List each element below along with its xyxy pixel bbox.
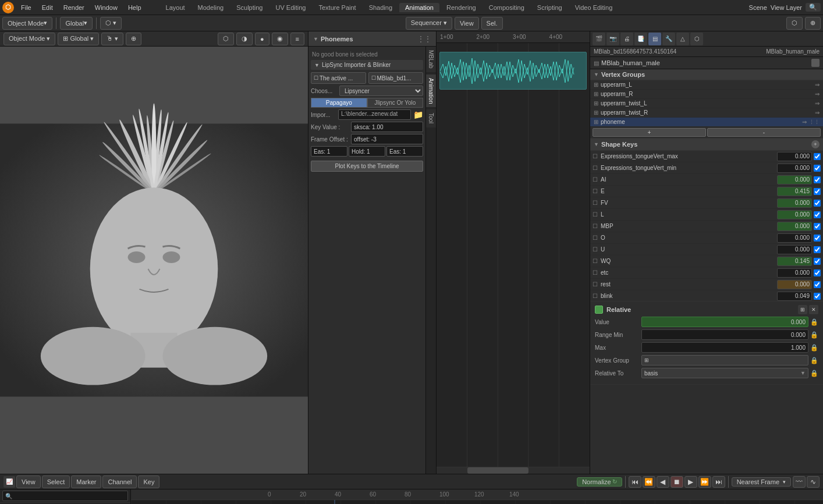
key-value-input[interactable]: sksca: 1.00 xyxy=(351,122,423,132)
sk-check-fv[interactable] xyxy=(814,200,821,207)
lipsyncer-dropdown[interactable]: Lipsyncer xyxy=(339,86,423,96)
eas2-input[interactable]: Eas: 1 xyxy=(386,146,423,157)
vg-upperarm-twist-l[interactable]: ⊞ upperarm_twist_L ⇒ xyxy=(590,99,823,108)
mblab-tab[interactable]: MBLab xyxy=(426,47,436,72)
vp-shading-render[interactable]: ◉ xyxy=(272,33,288,45)
rel-rangemin-input[interactable]: 0.000 xyxy=(641,329,808,340)
jlipsync-tab[interactable]: Jlipsync Or Yolo xyxy=(367,98,424,108)
sk-check-e[interactable] xyxy=(814,188,821,195)
play-btn[interactable]: ▶ xyxy=(684,476,697,488)
stop-btn[interactable]: ⏹ xyxy=(671,476,683,488)
sk-check-u[interactable] xyxy=(814,246,821,253)
sk-val-o[interactable]: 0.000 xyxy=(777,233,812,243)
help-menu[interactable]: Help xyxy=(123,3,146,12)
vertex-groups-header[interactable]: ▼ Vertex Groups xyxy=(590,69,823,80)
papagayo-tab[interactable]: Papagayo xyxy=(311,98,367,108)
animation-tab[interactable]: Animation xyxy=(426,74,436,107)
rel-value-input[interactable]: 0.000 xyxy=(641,317,808,327)
graph-channel-btn[interactable]: Channel xyxy=(102,475,137,488)
sk-val-l[interactable]: 0.000 xyxy=(777,210,812,219)
workspace-texture[interactable]: Texture Paint xyxy=(313,3,361,12)
sk-rest[interactable]: ☐ rest 0.000 xyxy=(590,279,823,290)
workspace-compositing[interactable]: Compositing xyxy=(483,3,530,12)
vg-upperarm-r[interactable]: ⊞ upperarm_R ⇒ xyxy=(590,90,823,99)
vp-mode[interactable]: Object Mode ▾ xyxy=(3,33,55,45)
audio-strip[interactable] xyxy=(439,52,587,90)
output-props-tab[interactable]: 🖨 xyxy=(620,33,633,45)
workspace-video[interactable]: Video Editing xyxy=(569,3,619,12)
sk-o[interactable]: ☐ O 0.000 xyxy=(590,232,823,244)
graph-canvas-area[interactable]: 0 20 40 60 80 100 120 140 xyxy=(131,489,823,504)
sk-val-blink[interactable]: 0.049 xyxy=(777,292,812,301)
file-menu[interactable]: File xyxy=(16,3,36,12)
sk-tonguevert-max[interactable]: ☐ Expressions_tongueVert_max 0.000 xyxy=(590,151,823,162)
sk-val-1[interactable]: 0.000 xyxy=(777,152,812,161)
vg-remove-btn[interactable]: - xyxy=(707,128,821,137)
rel-vertgrp-input[interactable]: ⊞ xyxy=(641,355,808,365)
sk-check-2[interactable] xyxy=(814,165,821,172)
data-props-tab[interactable]: △ xyxy=(676,33,689,45)
vg-upperarm-l[interactable]: ⊞ upperarm_L ⇒ xyxy=(590,80,823,90)
rel-relativeto-lock[interactable]: 🔒 xyxy=(810,370,818,377)
view-layer-tab[interactable]: 📑 xyxy=(634,33,647,45)
vg-upperarm-twist-r[interactable]: ⊞ upperarm_twist_R ⇒ xyxy=(590,108,823,118)
sk-check-wq[interactable] xyxy=(814,258,821,265)
sk-val-2[interactable]: 0.000 xyxy=(777,164,812,173)
sk-val-rest[interactable]: 0.000 xyxy=(777,280,812,289)
render-engine[interactable]: Sequencer ▾ xyxy=(406,17,452,30)
jump-end-btn[interactable]: ⏭ xyxy=(712,476,725,488)
obj-settings-btn[interactable] xyxy=(811,59,820,67)
view-toggle-2[interactable]: ∿ xyxy=(807,476,820,488)
vg-phoneme[interactable]: ⊞ phoneme ⇒ ⋮⋮ xyxy=(590,118,823,127)
rel-relativeto-input[interactable]: basis ▼ xyxy=(641,368,808,378)
modifier-props-tab[interactable]: 🔧 xyxy=(662,33,675,45)
import-path-field[interactable]: L:\blender...zenew.dat xyxy=(338,109,411,120)
mode-selector[interactable]: Object Mode ▾ xyxy=(2,17,52,30)
sk-val-wq[interactable]: 0.145 xyxy=(777,257,812,266)
graph-search-input[interactable] xyxy=(14,493,125,499)
sk-mbp[interactable]: ☐ MBP 0.000 xyxy=(590,221,823,232)
rel-close-btn[interactable]: ✕ xyxy=(809,305,818,314)
sk-l[interactable]: ☐ L 0.000 xyxy=(590,209,823,221)
vp-global[interactable]: ⊞ Global ▾ xyxy=(58,33,99,45)
seq-content[interactable] xyxy=(437,43,590,467)
normalize-btn[interactable]: Normalize ↻ xyxy=(577,477,622,487)
sk-e[interactable]: ☐ E 0.415 xyxy=(590,186,823,197)
rel-vertgrp-lock[interactable]: 🔒 xyxy=(810,357,818,364)
nearest-frame-dropdown[interactable]: Nearest Frame ▾ xyxy=(732,477,791,487)
sk-val-u[interactable]: 0.000 xyxy=(777,245,812,254)
render-props-tab[interactable]: 📷 xyxy=(606,33,619,45)
seq-view[interactable]: View xyxy=(455,17,479,30)
sk-blink[interactable]: ☐ blink 0.049 xyxy=(590,290,823,301)
sk-val-mbp[interactable]: 0.000 xyxy=(777,222,812,231)
jump-start-btn[interactable]: ⏮ xyxy=(629,476,641,488)
seq-sel[interactable]: Sel. xyxy=(481,17,503,30)
graph-view-btn[interactable]: View xyxy=(16,475,41,488)
scene-props-tab[interactable]: 🎬 xyxy=(593,33,605,45)
material-props-tab[interactable]: ⬡ xyxy=(690,33,703,45)
sk-check-etc[interactable] xyxy=(814,269,821,276)
tool-tab[interactable]: Tool xyxy=(426,109,436,127)
sk-check-1[interactable] xyxy=(814,153,821,160)
mblab-btn[interactable]: ☐ MBlab_bd1... xyxy=(368,72,424,84)
overlay-btn[interactable]: ⬡ xyxy=(786,17,803,30)
sk-etc[interactable]: ☐ etc 0.000 xyxy=(590,267,823,279)
rel-action-btn[interactable]: ⊞ xyxy=(798,305,807,314)
sk-check-l[interactable] xyxy=(814,211,821,218)
gizmo-btn[interactable]: ⊕ xyxy=(805,17,821,30)
sk-check-rest[interactable] xyxy=(814,281,821,288)
sk-val-e[interactable]: 0.415 xyxy=(777,187,812,196)
blender-logo[interactable]: ⬡ xyxy=(2,2,14,13)
workspace-modeling[interactable]: Modeling xyxy=(192,3,230,12)
workspace-animation[interactable]: Animation xyxy=(399,3,439,12)
rel-rangemin-lock[interactable]: 🔒 xyxy=(810,331,818,339)
relative-checkbox[interactable] xyxy=(595,306,603,314)
phonemes-collapse-arrow[interactable]: ▼ xyxy=(313,36,318,42)
step-fwd-btn[interactable]: ⏩ xyxy=(698,476,711,488)
rel-value-lock[interactable]: 🔒 xyxy=(810,318,818,326)
sk-ai[interactable]: ☐ AI 0.000 xyxy=(590,174,823,186)
graph-search-field[interactable]: 🔍 xyxy=(2,491,128,501)
workspace-shading[interactable]: Shading xyxy=(363,3,398,12)
workspace-sculpting[interactable]: Sculpting xyxy=(230,3,268,12)
graph-marker-btn[interactable]: Marker xyxy=(71,475,101,488)
